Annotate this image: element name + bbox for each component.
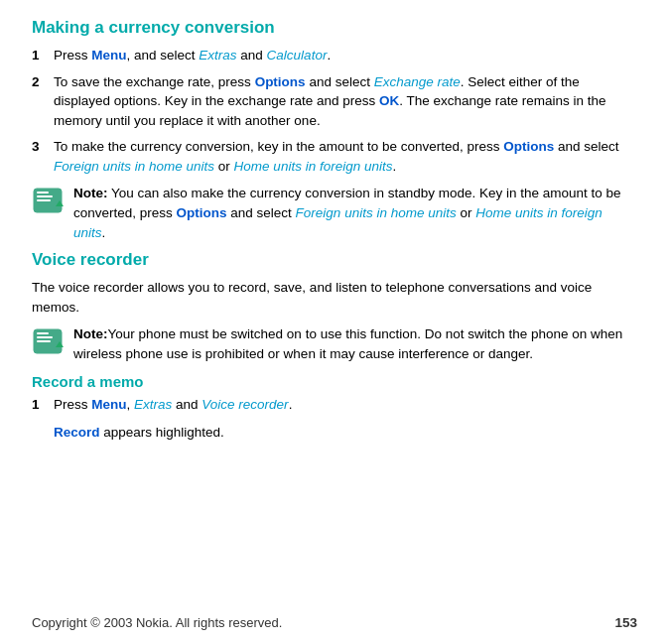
note-icon [32,185,64,216]
home-foreign-link: Home units in foreign units [234,159,393,174]
note-icon-2 [32,325,64,357]
footer: Copyright © 2003 Nokia. All rights reser… [32,607,637,630]
options-note-link: Options [177,205,227,220]
footer-page-number: 153 [614,615,637,630]
record-appears-text: Record appears highlighted. [54,423,637,443]
note-label-2: Note: [73,326,108,341]
step-text: Press Menu, and select Extras and Calcul… [54,46,637,65]
section-title-voice-recorder: Voice recorder [32,250,637,270]
voice-recorder-link: Voice recorder [201,397,288,412]
menu-link: Menu [91,48,126,63]
extras-link: Extras [199,48,236,63]
list-item: 3 To make the currency conversion, key i… [32,137,637,176]
currency-steps: 1 Press Menu, and select Extras and Calc… [32,46,637,176]
step-number: 2 [32,72,54,92]
voice-recorder-body: The voice recorder allows you to record,… [32,278,637,317]
menu-link-record: Menu [91,397,126,412]
record-steps: 1 Press Menu, Extras and Voice recorder. [32,395,637,415]
note-text-2: Note:Your phone must be switched on to u… [73,324,637,363]
section-title-currency: Making a currency conversion [32,18,637,38]
ok-link: OK [379,93,399,108]
step-number: 1 [32,46,54,65]
svg-rect-8 [37,332,49,334]
content: Making a currency conversion 1 Press Men… [32,18,637,607]
note-label: Note: [73,186,108,200]
svg-rect-3 [37,199,51,201]
step-text: Press Menu, Extras and Voice recorder. [54,395,637,415]
svg-rect-1 [37,192,49,193]
exchange-rate-link: Exchange rate [374,74,461,89]
note-box-2: Note:Your phone must be switched on to u… [32,324,637,363]
note-text-1: Note: You can also make the currency con… [73,184,637,242]
page: Making a currency conversion 1 Press Men… [0,0,669,644]
extras-link-record: Extras [134,397,172,412]
calculator-link: Calculator [267,48,328,63]
options-link: Options [255,74,306,89]
step-number: 3 [32,137,54,157]
foreign-home-note-link: Foreign units in home units [296,205,457,220]
step-text: To save the exchange rate, press Options… [54,72,637,131]
list-item: 1 Press Menu, and select Extras and Calc… [32,46,637,65]
list-item: 1 Press Menu, Extras and Voice recorder. [32,395,637,415]
step-number: 1 [32,395,54,415]
footer-copyright: Copyright © 2003 Nokia. All rights reser… [32,615,282,630]
sub-title-record-memo: Record a memo [32,373,637,390]
step-text: To make the currency conversion, key in … [54,137,637,176]
note-box-1: Note: You can also make the currency con… [32,184,637,242]
svg-rect-10 [37,340,51,342]
record-link: Record [54,425,100,440]
svg-rect-9 [37,336,53,338]
list-item: 2 To save the exchange rate, press Optio… [32,72,637,131]
options-link2: Options [503,139,554,154]
foreign-home-link: Foreign units in home units [54,159,214,174]
svg-rect-2 [37,195,53,197]
